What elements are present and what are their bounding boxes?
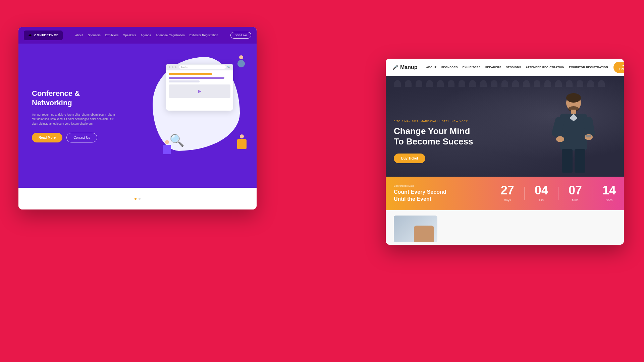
svg-rect-10 bbox=[586, 135, 591, 137]
crowd-head bbox=[437, 80, 444, 87]
days-label: Days bbox=[504, 198, 511, 202]
days-number: 27 bbox=[501, 184, 514, 196]
w1-nav-attendee[interactable]: Attendee Registration bbox=[156, 34, 185, 37]
window-conference: ✦ CONFERENCE About Sponsors Exhibitors S… bbox=[18, 27, 257, 209]
w1-contact-button[interactable]: Contact Us bbox=[66, 133, 97, 142]
w2-nav-attendee[interactable]: ATTENDEE REGISTRATION bbox=[526, 66, 565, 69]
w1-hero-title: Conference & Networking bbox=[32, 89, 119, 108]
illustration-search: Search... bbox=[179, 65, 226, 69]
w1-nav-speakers[interactable]: Speakers bbox=[123, 34, 136, 37]
w2-hero-title: Change Your Mind To Become Sucess bbox=[394, 126, 473, 147]
w2-countdown-label: Conference Date Count Every Second Until… bbox=[394, 184, 501, 203]
w1-logo-icon: ✦ bbox=[28, 32, 32, 39]
illus-dot-2 bbox=[172, 66, 173, 68]
illustration-browser: Search... 🔍 ▶ bbox=[166, 64, 233, 111]
hrs-number: 04 bbox=[535, 184, 548, 196]
w2-hero-content: 5 TO 8 MAY 2022, MARDAVALL HOTEL, NEW YO… bbox=[394, 120, 473, 163]
play-icon: ▶ bbox=[198, 89, 201, 94]
illustration-content: ▶ bbox=[166, 70, 233, 101]
w2-countdown-numbers: 27 Days 04 Hrs 07 Mins 14 Secs bbox=[501, 184, 616, 202]
mic-icon: 🎤 bbox=[392, 65, 398, 70]
crowd-head bbox=[544, 80, 551, 87]
w2-nav-sponsors[interactable]: SPONSORS bbox=[441, 66, 458, 69]
magnifier-icon: 🔍 bbox=[169, 133, 184, 147]
w2-nav-exhibitor-reg[interactable]: EXHIBITOR REGISTRATION bbox=[569, 66, 608, 69]
w2-logo-text: Manup bbox=[400, 64, 418, 70]
w2-speaker-figure bbox=[550, 89, 597, 177]
w2-buy-ticket-button[interactable]: Buy Ticket bbox=[394, 154, 425, 163]
w1-join-button[interactable]: Join Live bbox=[230, 32, 251, 39]
w2-ticket-button[interactable]: + Ticket bbox=[613, 62, 624, 73]
w2-navbar: 🎤 Manup ABOUT SPONSORS EXHIBITORS SPEAKE… bbox=[386, 59, 624, 76]
w1-nav-exhibitor-reg[interactable]: Exhibitor Registration bbox=[190, 34, 218, 37]
w2-countdown-sublabel: Conference Date bbox=[394, 184, 501, 187]
w1-nav-exhibitors[interactable]: Exhibitors bbox=[105, 34, 119, 37]
w2-logo: 🎤 Manup bbox=[392, 64, 418, 70]
illus-line-1 bbox=[169, 73, 212, 75]
w2-countdown-hrs: 04 Hrs bbox=[535, 184, 548, 202]
crowd-head bbox=[587, 80, 594, 87]
crowd-head bbox=[448, 80, 454, 87]
countdown-divider-1 bbox=[524, 187, 525, 200]
w2-title-line2: To Become Sucess bbox=[394, 136, 473, 146]
w1-logo-text: CONFERENCE bbox=[34, 34, 59, 37]
w1-footer bbox=[18, 188, 257, 209]
w1-nav-sponsors[interactable]: Sponsors bbox=[88, 34, 101, 37]
w1-hero-description: Tempor rebum no at dolore lorem clita re… bbox=[32, 113, 119, 126]
crowd-head bbox=[598, 80, 605, 87]
person-head-1 bbox=[239, 55, 243, 59]
w2-event-date: 5 TO 8 MAY 2022, MARDAVALL HOTEL, NEW YO… bbox=[394, 120, 473, 123]
crowd-row bbox=[389, 79, 610, 87]
laptop-icon bbox=[237, 60, 245, 67]
w1-nav-agenda[interactable]: Agenda bbox=[141, 34, 151, 37]
w1-hero-content: Conference & Networking Tempor rebum no … bbox=[32, 89, 119, 143]
w1-button-group: Read More Contact Us bbox=[32, 133, 119, 142]
w2-hero: 5 TO 8 MAY 2022, MARDAVALL HOTEL, NEW YO… bbox=[386, 76, 624, 177]
crowd-head bbox=[416, 80, 422, 87]
mins-number: 07 bbox=[569, 184, 582, 196]
crowd-head bbox=[534, 80, 540, 87]
illustration-browser-bar: Search... 🔍 bbox=[166, 64, 233, 70]
w2-countdown-days: 27 Days bbox=[501, 184, 514, 202]
w1-dot-1 bbox=[135, 198, 137, 200]
window-manup: 🎤 Manup ABOUT SPONSORS EXHIBITORS SPEAKE… bbox=[386, 59, 624, 245]
w1-hero: Conference & Networking Tempor rebum no … bbox=[18, 44, 257, 188]
mins-label: Mins bbox=[572, 198, 578, 202]
illustration-person-1 bbox=[237, 55, 245, 68]
w2-thumb-hand bbox=[414, 226, 434, 242]
crowd-head bbox=[501, 80, 508, 87]
illus-dot-3 bbox=[175, 66, 176, 68]
w2-countdown-secs: 14 Secs bbox=[602, 184, 616, 202]
secs-label: Secs bbox=[606, 198, 612, 202]
w2-nav-links: ABOUT SPONSORS EXHIBITORS SPEAKERS SESSI… bbox=[426, 66, 608, 69]
w1-nav-about[interactable]: About bbox=[75, 34, 83, 37]
w2-nav-speakers[interactable]: SPEAKERS bbox=[485, 66, 501, 69]
w2-countdown-mins: 07 Mins bbox=[569, 184, 582, 202]
w2-nav-exhibitors[interactable]: EXHIBITORS bbox=[463, 66, 481, 69]
person-body-2 bbox=[237, 139, 247, 149]
w1-read-more-button[interactable]: Read More bbox=[32, 133, 62, 142]
crowd-head bbox=[566, 80, 573, 87]
w2-bottom-section bbox=[386, 210, 624, 245]
illustration-search-text: Search... bbox=[181, 66, 187, 68]
w2-nav-about[interactable]: ABOUT bbox=[426, 66, 437, 69]
crowd-head bbox=[426, 80, 433, 87]
countdown-title-line2: Until the Event bbox=[394, 196, 431, 202]
w2-thumbnail bbox=[394, 216, 437, 242]
illustration-person-2 bbox=[237, 134, 247, 149]
illus-line-2 bbox=[169, 77, 224, 79]
person-head-2 bbox=[240, 134, 244, 138]
countdown-title-line1: Count Every Second bbox=[394, 189, 446, 195]
w2-title-line1: Change Your Mind bbox=[394, 126, 470, 136]
crowd-head bbox=[555, 80, 562, 87]
crowd-head bbox=[394, 80, 401, 87]
crowd-head bbox=[577, 80, 583, 87]
crowd-head bbox=[405, 80, 412, 87]
countdown-divider-2 bbox=[558, 187, 558, 200]
illus-video-thumb: ▶ bbox=[169, 84, 230, 98]
w1-illustration: Search... 🔍 ▶ bbox=[143, 50, 250, 168]
crowd-head bbox=[512, 80, 519, 87]
person-head-3 bbox=[165, 140, 169, 144]
illus-line-3 bbox=[169, 80, 200, 82]
w2-nav-sessions[interactable]: SESSIONS bbox=[506, 66, 521, 69]
